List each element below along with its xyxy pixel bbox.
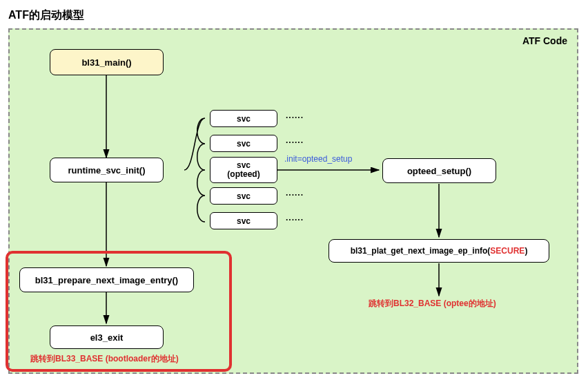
svc-box-2: svc: [210, 135, 277, 152]
svc-dots-1: ······: [286, 113, 304, 122]
svc-opteed-line2: (opteed): [227, 170, 259, 179]
svc-dots-2: ······: [286, 138, 304, 147]
node-bl31-prepare: bl31_prepare_next_image_entry(): [19, 267, 194, 292]
svc-dots-4: ······: [286, 190, 304, 200]
label-bl32-jump: 跳转到BL32_BASE (optee的地址): [369, 298, 496, 310]
node-runtime-svc-init: runtime_svc_init(): [50, 158, 164, 182]
edge-label-init: .init=opteed_setup: [284, 154, 352, 164]
svc-dots-5: ······: [286, 215, 304, 225]
svc-box-opteed: svc (opteed): [210, 157, 277, 183]
container-label: ATF Code: [522, 35, 567, 46]
svc-box-1: svc: [210, 110, 277, 127]
node-bl31-main: bl31_main(): [50, 49, 164, 75]
bl31-plat-arg: SECURE: [490, 246, 525, 256]
svc-box-4: svc: [210, 187, 277, 205]
label-bl33-jump: 跳转到BL33_BASE (bootloader的地址): [30, 353, 179, 365]
node-bl31-plat-get: bl31_plat_get_next_image_ep_info(SECURE): [329, 239, 549, 263]
atf-code-container: ATF Code bl31_main() runtime_svc_init() …: [8, 28, 578, 374]
svc-box-5: svc: [210, 212, 277, 229]
bl31-plat-suffix: ): [525, 246, 527, 256]
bl31-plat-prefix: bl31_plat_get_next_image_ep_info(: [351, 246, 491, 256]
diagram-title: ATF的启动模型: [8, 8, 580, 23]
node-opteed-setup: opteed_setup(): [382, 158, 496, 183]
node-el3-exit: el3_exit: [50, 325, 164, 349]
